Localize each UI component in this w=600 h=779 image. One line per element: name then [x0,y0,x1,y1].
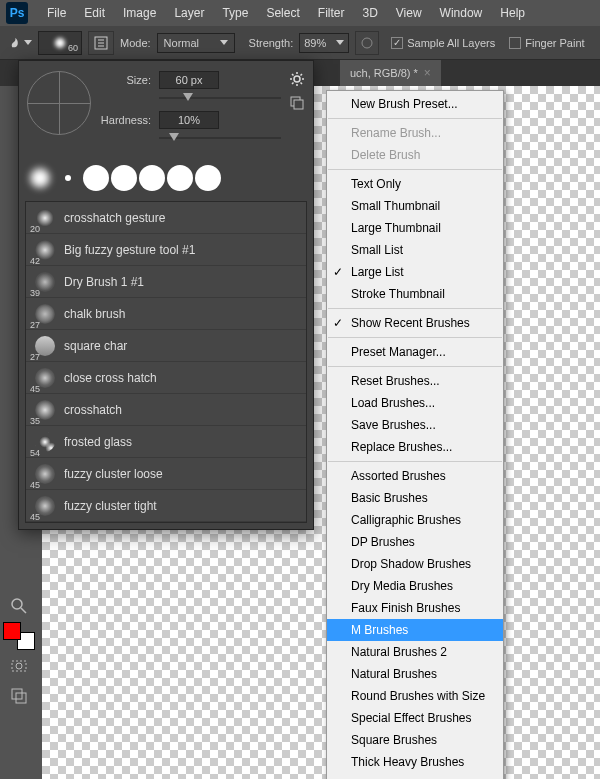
menu-3d[interactable]: 3D [353,6,386,20]
finger-painting-checkbox[interactable]: Finger Paint [509,37,584,49]
size-slider[interactable] [159,93,281,103]
menu-window[interactable]: Window [431,6,492,20]
brush-preset-panel: Size: 60 px Hardness: 10% 20crossh [18,60,314,530]
menu-item[interactable]: Preset Manager... [327,341,503,363]
brush-list-item[interactable]: 45close cross hatch [26,362,306,394]
brush-list-item[interactable]: 20crosshatch gesture [26,202,306,234]
brush-list-item[interactable]: 54frosted glass [26,426,306,458]
separator [328,118,502,119]
menu-item[interactable]: Small List [327,239,503,261]
menu-item[interactable]: Round Brushes with Size [327,685,503,707]
recent-brush[interactable] [195,165,221,191]
app-logo: Ps [6,2,28,24]
menu-item: Delete Brush [327,144,503,166]
separator [328,337,502,338]
menu-item[interactable]: Save Brushes... [327,414,503,436]
menu-item[interactable]: Replace Brushes... [327,436,503,458]
recent-brush[interactable] [65,175,71,181]
menu-item[interactable]: ✓Show Recent Brushes [327,312,503,334]
recent-brush[interactable] [27,165,53,191]
brush-panel-toggle-icon[interactable] [88,31,114,55]
menu-type[interactable]: Type [213,6,257,20]
brush-list-item[interactable]: 45fuzzy cluster loose [26,458,306,490]
zoom-tool-icon[interactable] [3,592,35,620]
menu-item[interactable]: ✓Large List [327,261,503,283]
strength-label: Strength: [249,37,294,49]
hardness-slider[interactable] [159,133,281,143]
quickmask-icon[interactable] [3,652,35,680]
size-input[interactable]: 60 px [159,71,219,89]
menu-item[interactable]: Wet Media Brushes [327,773,503,779]
color-swatches[interactable] [3,622,35,650]
menu-item[interactable]: Large Thumbnail [327,217,503,239]
brush-list-item[interactable]: 45fuzzy cluster tight [26,490,306,522]
brush-list-item[interactable]: 35crosshatch [26,394,306,426]
mode-combo[interactable]: Normal [157,33,235,53]
svg-line-3 [21,608,26,613]
brush-list-item[interactable]: 42Big fuzzy gesture tool #1 [26,234,306,266]
brush-list-item[interactable]: 27square char [26,330,306,362]
recent-brush[interactable] [167,165,193,191]
menu-item[interactable]: Text Only [327,173,503,195]
hardness-input[interactable]: 10% [159,111,219,129]
separator [328,308,502,309]
separator [328,461,502,462]
close-icon[interactable]: × [424,66,431,80]
menu-edit[interactable]: Edit [75,6,114,20]
svg-point-1 [362,38,372,48]
menu-item[interactable]: Drop Shadow Brushes [327,553,503,575]
sample-all-layers-checkbox[interactable]: ✓Sample All Layers [391,37,495,49]
menu-item[interactable]: Small Thumbnail [327,195,503,217]
brush-flyout-menu: New Brush Preset...Rename Brush...Delete… [326,90,504,779]
menu-item: Rename Brush... [327,122,503,144]
menu-item[interactable]: Natural Brushes [327,663,503,685]
document-tab[interactable]: uch, RGB/8) * × [340,60,441,86]
menu-filter[interactable]: Filter [309,6,354,20]
menu-layer[interactable]: Layer [165,6,213,20]
recent-brush[interactable] [139,165,165,191]
menu-item[interactable]: Stroke Thumbnail [327,283,503,305]
brush-list-item[interactable]: 27chalk brush [26,298,306,330]
menu-item[interactable]: Assorted Brushes [327,465,503,487]
menu-item[interactable]: Natural Brushes 2 [327,641,503,663]
menu-items: FileEditImageLayerTypeSelectFilter3DView… [38,6,534,20]
menu-item[interactable]: New Brush Preset... [327,93,503,115]
svg-rect-7 [16,693,26,703]
menubar: Ps FileEditImageLayerTypeSelectFilter3DV… [0,0,600,26]
hardness-label: Hardness: [99,114,151,126]
foreground-swatch[interactable] [3,622,21,640]
menu-select[interactable]: Select [257,6,308,20]
recent-brushes [19,161,313,195]
menu-item[interactable]: Square Brushes [327,729,503,751]
new-preset-icon[interactable] [289,95,305,113]
svg-point-2 [12,599,22,609]
tablet-pressure-icon[interactable] [355,31,379,55]
screenmode-icon[interactable] [3,682,35,710]
brush-preset-picker[interactable]: 60 [38,31,82,55]
svg-point-8 [294,76,300,82]
menu-item[interactable]: Faux Finish Brushes [327,597,503,619]
menu-view[interactable]: View [387,6,431,20]
menu-item[interactable]: Calligraphic Brushes [327,509,503,531]
menu-item[interactable]: Reset Brushes... [327,370,503,392]
brush-angle-control[interactable] [27,71,91,135]
menu-item[interactable]: Load Brushes... [327,392,503,414]
brush-list-item[interactable]: 39Dry Brush 1 #1 [26,266,306,298]
menu-help[interactable]: Help [491,6,534,20]
recent-brush[interactable] [83,165,109,191]
svg-point-5 [16,663,22,669]
menu-item[interactable]: Basic Brushes [327,487,503,509]
menu-item[interactable]: Thick Heavy Brushes [327,751,503,773]
smudge-tool-icon[interactable] [8,31,32,55]
menu-item[interactable]: M Brushes [327,619,503,641]
menu-file[interactable]: File [38,6,75,20]
menu-image[interactable]: Image [114,6,165,20]
menu-item[interactable]: Special Effect Brushes [327,707,503,729]
brush-list[interactable]: 20crosshatch gesture42Big fuzzy gesture … [25,201,307,523]
recent-brush[interactable] [111,165,137,191]
menu-item[interactable]: DP Brushes [327,531,503,553]
menu-item[interactable]: Dry Media Brushes [327,575,503,597]
gear-icon[interactable] [289,71,305,87]
separator [328,169,502,170]
strength-input[interactable]: 89% [299,33,349,53]
